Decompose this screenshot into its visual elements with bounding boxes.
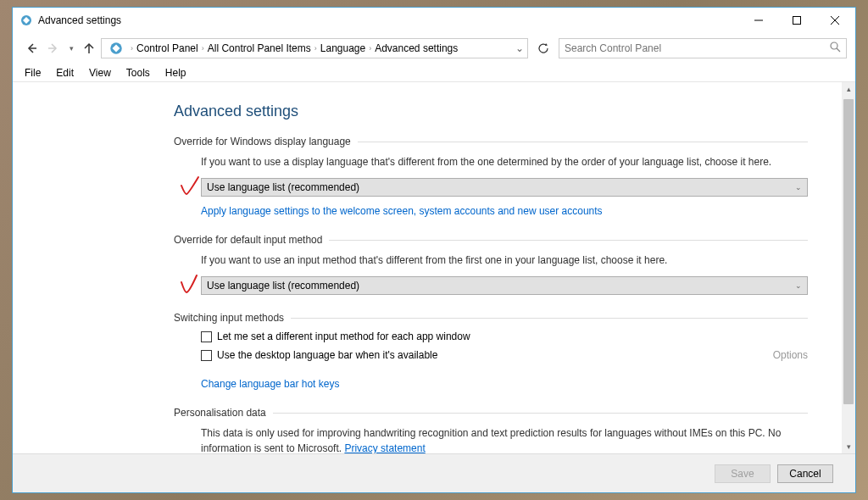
up-button[interactable] [79,38,99,58]
breadcrumb-item[interactable]: Advanced settings [375,42,458,54]
menu-help[interactable]: Help [159,65,193,81]
divider [358,142,808,142]
recent-dropdown[interactable]: ▾ [65,38,77,58]
breadcrumb-item[interactable]: Control Panel [136,42,198,54]
maximize-button[interactable] [777,8,815,33]
svg-rect-1 [793,17,800,25]
menu-edit[interactable]: Edit [49,65,81,81]
refresh-button[interactable] [533,38,554,58]
svg-point-3 [831,42,837,49]
breadcrumb-item[interactable]: All Control Panel Items [208,42,311,54]
section-description: If you want to use an input method that'… [201,253,808,268]
combo-value: Use language list (recommended) [207,181,359,193]
breadcrumb-item[interactable]: Language [320,42,365,54]
location-icon [108,41,124,56]
menubar: File Edit View Tools Help [13,64,855,82]
combo-value: Use language list (recommended) [207,280,359,292]
titlebar: Advanced settings [13,8,855,33]
minimize-button[interactable] [739,8,777,33]
section-title: Personalisation data [174,407,266,419]
annotation-checkmark [180,175,200,197]
chevron-down-icon: ⌄ [795,183,802,192]
divider [329,240,808,241]
scrollbar[interactable]: ▴ ▾ [842,82,855,453]
app-icon [19,14,33,27]
desktop-langbar-checkbox[interactable] [201,350,212,361]
save-button[interactable]: Save [715,464,771,483]
chevron-icon: › [131,44,133,53]
address-bar[interactable]: › Control Panel › All Control Panel Item… [101,38,528,58]
section-title: Switching input methods [174,312,284,324]
scroll-down-button[interactable]: ▾ [842,440,855,453]
search-input[interactable] [565,42,830,54]
per-app-input-checkbox[interactable] [201,331,212,342]
address-dropdown[interactable]: ⌄ [515,42,524,54]
cancel-button[interactable]: Cancel [777,464,833,483]
scrollbar-thumb[interactable] [843,99,854,404]
content-area: Advanced settings Override for Windows d… [13,82,855,453]
options-link[interactable]: Options [773,349,808,361]
divider [273,413,808,414]
section-title: Override for Windows display language [174,136,351,147]
forward-button[interactable] [43,38,64,58]
scroll-up-button[interactable]: ▴ [842,82,855,96]
input-method-combo[interactable]: Use language list (recommended) ⌄ [201,276,808,295]
search-icon [830,42,841,55]
divider [291,318,808,319]
hotkeys-link[interactable]: Change language bar hot keys [201,378,339,390]
chevron-icon: › [369,44,371,53]
checkbox-label: Let me set a different input method for … [217,331,470,342]
menu-tools[interactable]: Tools [120,65,157,81]
chevron-icon: › [314,44,317,53]
menu-view[interactable]: View [82,65,118,81]
chevron-icon: › [202,44,204,53]
apply-settings-link[interactable]: Apply language settings to the welcome s… [201,205,603,217]
page-heading: Advanced settings [174,103,842,120]
chevron-down-icon: ⌄ [795,281,802,290]
section-description: This data is only used for improving han… [201,425,808,453]
footer: Save Cancel [13,453,855,492]
section-title: Override for default input method [174,234,322,246]
checkbox-label: Use the desktop language bar when it's a… [217,349,437,361]
section-description: If you want to use a display language th… [201,154,808,169]
privacy-link[interactable]: Privacy statement [344,442,425,453]
close-button[interactable] [815,8,854,33]
nav-toolbar: ▾ › Control Panel › All Control Panel It… [13,33,855,64]
back-button[interactable] [21,38,42,58]
menu-file[interactable]: File [18,65,47,81]
search-box[interactable] [559,38,847,58]
display-language-combo[interactable]: Use language list (recommended) ⌄ [201,178,808,197]
window-title: Advanced settings [38,14,121,26]
annotation-checkmark [180,274,200,296]
window-frame: Advanced settings ▾ › Control Panel [12,7,856,493]
